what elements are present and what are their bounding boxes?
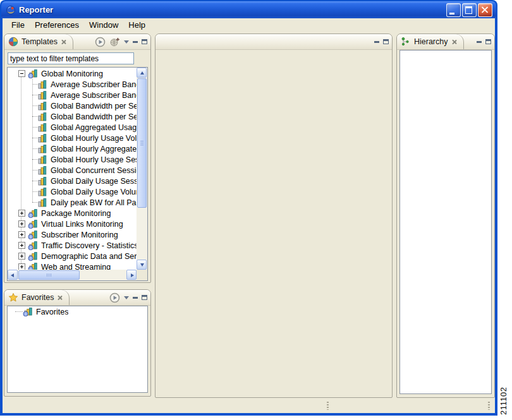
tree-expander-plus[interactable] xyxy=(18,242,25,249)
tree-item[interactable]: Global Hourly Usage Volume p xyxy=(8,133,137,143)
tree-item-label: Subscriber Monitoring xyxy=(41,231,118,239)
maximize-view-icon[interactable] xyxy=(383,39,389,44)
window-minimize-button[interactable] xyxy=(446,3,461,17)
tree-connector-line xyxy=(32,95,37,95)
tree-expander-plus[interactable] xyxy=(18,231,25,238)
close-view-icon[interactable] xyxy=(57,295,63,301)
menu-bar: FilePreferencesWindowHelp xyxy=(3,18,495,32)
run-icon[interactable] xyxy=(95,37,106,47)
tree-item-label: Average Subscriber Bandwidt xyxy=(51,80,137,89)
close-view-icon[interactable] xyxy=(451,39,457,45)
template-filter-input[interactable] xyxy=(8,52,134,64)
bar-chart-with-globe-icon xyxy=(28,230,38,240)
bar-chart-with-globe-icon xyxy=(23,307,33,317)
tree-item-label: Global Concurrent Sessions p xyxy=(51,166,137,175)
window-maximize-button[interactable] xyxy=(462,3,477,17)
tree-item-label: Favorites xyxy=(36,308,68,316)
tree-item[interactable]: Virtual Links Monitoring xyxy=(8,219,137,229)
statusbar-grip[interactable] xyxy=(327,402,329,410)
tree-item[interactable]: Average Subscriber Bandwidt xyxy=(8,79,137,90)
view-menu-chevron-icon[interactable] xyxy=(124,40,129,44)
vertical-scrollbar[interactable] xyxy=(137,68,147,270)
minimize-view-icon[interactable] xyxy=(374,41,379,43)
tree-item-label: Global Hourly Usage Volume p xyxy=(51,134,137,143)
run-icon[interactable] xyxy=(109,292,120,303)
tree-connector-line xyxy=(15,311,23,312)
new-template-globe-plus-icon[interactable] xyxy=(109,37,120,47)
tree-item-label: Global Hourly Aggregated Mir xyxy=(51,145,137,153)
tree-expander-minus[interactable] xyxy=(18,70,25,77)
tree-connector-line xyxy=(32,127,37,128)
tree-item[interactable]: Daily peak BW for All Package xyxy=(8,197,137,208)
tree-connector-line xyxy=(32,138,37,138)
tree-item-label: Virtual Links Monitoring xyxy=(41,220,123,229)
bar-chart-icon xyxy=(37,101,47,111)
bar-chart-with-globe-icon xyxy=(28,69,38,79)
tree-item[interactable]: Average Subscriber Bandwidt xyxy=(8,90,137,100)
tree-item[interactable]: Global Bandwidth per Service xyxy=(8,111,137,122)
tree-item[interactable]: Package Monitoring xyxy=(8,208,137,219)
tree-connector-line xyxy=(32,170,37,171)
tree-item[interactable]: Global Hourly Aggregated Mir xyxy=(8,143,137,154)
scroll-right-button[interactable] xyxy=(126,270,137,280)
menu-file[interactable]: File xyxy=(6,19,30,31)
tree-connector-line xyxy=(32,159,37,160)
tree-expander-plus[interactable] xyxy=(18,253,25,260)
tree-expander-plus[interactable] xyxy=(18,263,25,270)
minimize-view-icon[interactable] xyxy=(133,41,138,43)
menu-preferences[interactable]: Preferences xyxy=(30,19,84,31)
tree-item[interactable]: Global Hourly Usage Sessions xyxy=(8,154,137,165)
tree-item[interactable]: Global Daily Usage Sessions p xyxy=(8,176,137,186)
scroll-up-button[interactable] xyxy=(137,68,147,78)
bar-chart-icon xyxy=(37,155,47,165)
tree-item[interactable]: Demographic Data and Service Po xyxy=(8,251,137,261)
tree-expander-plus[interactable] xyxy=(18,210,25,217)
menu-help[interactable]: Help xyxy=(123,19,150,31)
tree-item[interactable]: Traffic Discovery - Statistics xyxy=(8,240,137,251)
bar-chart-icon xyxy=(37,187,47,197)
window-title: Reporter xyxy=(19,5,53,15)
tab-favorites[interactable]: Favorites xyxy=(4,290,70,305)
favorites-tab-label: Favorites xyxy=(21,293,54,302)
bar-chart-with-globe-icon xyxy=(28,241,38,251)
window-close-button[interactable] xyxy=(478,3,492,17)
tree-item[interactable]: Favorites xyxy=(8,306,147,317)
tab-hierarchy[interactable]: Hierarchy xyxy=(397,34,464,49)
tree-item[interactable]: Web and Streaming xyxy=(8,261,137,270)
scroll-left-button[interactable] xyxy=(8,270,18,280)
tree-item-label: Daily peak BW for All Package xyxy=(51,198,137,207)
pie-chart-icon xyxy=(8,37,18,47)
maximize-view-icon[interactable] xyxy=(142,39,147,44)
vertical-scroll-thumb[interactable] xyxy=(137,78,147,208)
statusbar-grip[interactable] xyxy=(488,402,490,410)
tree-item[interactable]: Global Monitoring xyxy=(8,68,137,79)
menu-window[interactable]: Window xyxy=(84,19,123,31)
scrollbar-corner xyxy=(137,270,147,280)
bar-chart-with-globe-icon xyxy=(28,208,38,219)
tab-templates[interactable]: Templates xyxy=(4,34,73,49)
bar-chart-icon xyxy=(37,90,47,100)
templates-tab-label: Templates xyxy=(21,37,58,46)
maximize-view-icon[interactable] xyxy=(142,295,147,300)
tree-connector-line xyxy=(32,116,37,117)
tree-item-label: Package Monitoring xyxy=(41,209,111,218)
tree-item[interactable]: Global Daily Usage Volume pe xyxy=(8,186,137,197)
tree-item[interactable]: Global Aggregated Usage Vol xyxy=(8,122,137,133)
templates-view-header: Templates xyxy=(4,34,150,50)
tree-item[interactable]: Global Bandwidth per Service xyxy=(8,100,137,111)
tree-item[interactable]: Global Concurrent Sessions p xyxy=(8,165,137,176)
tree-expander-plus[interactable] xyxy=(18,220,25,227)
scroll-down-button[interactable] xyxy=(137,260,147,270)
tree-item-label: Global Bandwidth per Service xyxy=(51,112,137,121)
tree-item-label: Web and Streaming xyxy=(41,263,111,270)
tree-item[interactable]: Subscriber Monitoring xyxy=(8,229,137,240)
horizontal-scrollbar[interactable] xyxy=(8,270,137,280)
type-hierarchy-icon xyxy=(401,37,411,47)
horizontal-scroll-thumb[interactable] xyxy=(18,270,80,280)
view-menu-chevron-icon[interactable] xyxy=(124,296,129,299)
maximize-view-icon[interactable] xyxy=(485,39,491,44)
tree-connector-line xyxy=(32,105,37,106)
minimize-view-icon[interactable] xyxy=(477,41,482,43)
minimize-view-icon[interactable] xyxy=(133,297,138,299)
close-view-icon[interactable] xyxy=(61,39,66,45)
